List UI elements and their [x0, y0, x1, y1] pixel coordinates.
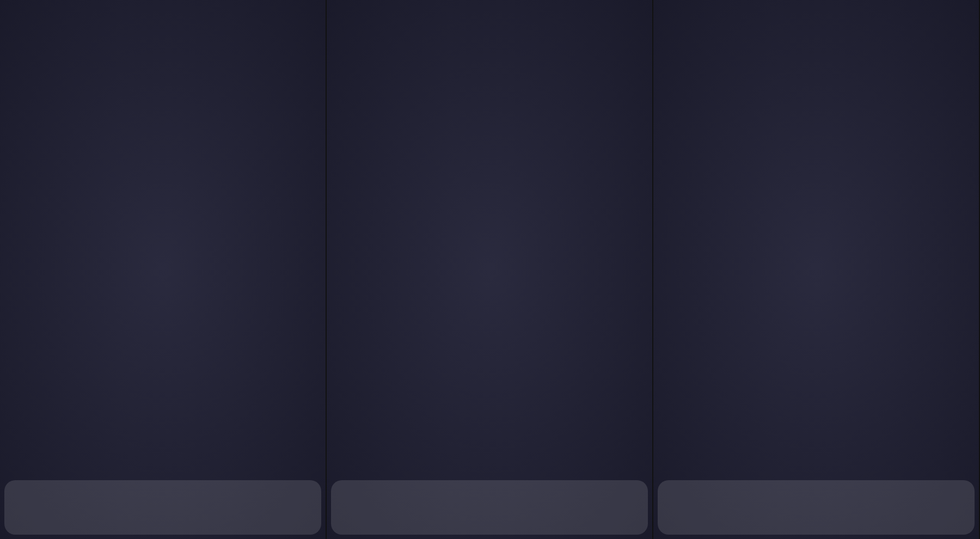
dock-left	[4, 480, 321, 535]
apps-grid-right	[658, 5, 975, 477]
panel-right	[653, 0, 980, 539]
apps-grid-left	[4, 5, 321, 477]
panel-left	[0, 0, 327, 539]
dock-right	[658, 480, 975, 535]
apps-grid-center	[331, 5, 648, 477]
dock-center	[331, 480, 648, 535]
panel-center	[327, 0, 653, 539]
